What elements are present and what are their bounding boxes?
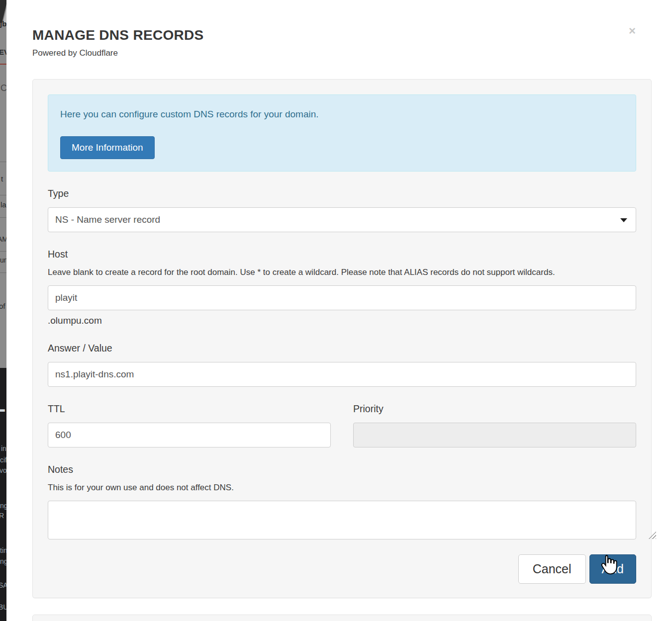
textarea-resize-handle[interactable] [649, 532, 656, 539]
modal-backdrop-strip: jb EV C t la AM un of -l in cif vo ng R … [0, 0, 6, 621]
backdrop-text-fragment: R [0, 512, 4, 519]
backdrop-dark-section: -l in cif vo ng R tin ng SA BU [0, 368, 6, 621]
backdrop-divider [0, 195, 6, 195]
backdrop-divider [0, 64, 6, 65]
type-label: Type [48, 188, 636, 199]
backdrop-text-fragment: -l [0, 399, 6, 419]
info-alert: Here you can configure custom DNS record… [48, 94, 636, 172]
host-help-text: Leave blank to create a record for the r… [48, 267, 636, 277]
backdrop-divider [0, 272, 6, 273]
backdrop-text-fragment: ng [0, 502, 6, 509]
host-label: Host [48, 249, 636, 260]
backdrop-divider [0, 162, 6, 162]
notes-field-group: Notes This is for your own use and does … [48, 464, 636, 541]
notes-help-text: This is for your own use and does not af… [48, 483, 636, 493]
type-select[interactable]: NS - Name server record [48, 207, 636, 232]
answer-label: Answer / Value [48, 343, 636, 354]
answer-field-group: Answer / Value [48, 343, 636, 387]
dns-form-panel: Here you can configure custom DNS record… [32, 79, 652, 598]
notes-label: Notes [48, 464, 636, 475]
host-domain-suffix: .olumpu.com [48, 315, 636, 326]
ttl-label: TTL [48, 403, 331, 415]
host-input[interactable] [48, 285, 636, 310]
close-icon[interactable]: × [629, 25, 636, 37]
priority-input [353, 423, 636, 447]
modal-title: MANAGE DNS RECORDS [32, 27, 652, 43]
backdrop-text-fragment: in [1, 445, 6, 452]
ttl-priority-row: TTL Priority [48, 403, 636, 447]
modal-subtitle: Powered by Cloudflare [32, 48, 652, 58]
priority-field-group: Priority [353, 403, 636, 447]
host-field-group: Host Leave blank to create a record for … [48, 249, 636, 326]
cancel-button[interactable]: Cancel [518, 554, 586, 584]
ttl-field-group: TTL [48, 403, 331, 447]
backdrop-text-fragment: ng [0, 558, 6, 565]
chevron-down-icon [620, 218, 627, 222]
backdrop-divider [0, 251, 6, 252]
backdrop-text-fragment: EV [0, 48, 6, 56]
more-information-button[interactable]: More Information [60, 136, 155, 159]
type-field-group: Type NS - Name server record [48, 188, 636, 232]
backdrop-text-fragment: la [0, 201, 6, 208]
backdrop-text-fragment: un [0, 257, 6, 264]
backdrop-text-fragment: BU [0, 604, 6, 611]
modal-header: MANAGE DNS RECORDS Powered by Cloudflare… [32, 0, 652, 58]
backdrop-text-fragment: AM [0, 236, 6, 243]
priority-label: Priority [353, 403, 636, 415]
backdrop-text-fragment: vo [0, 467, 6, 474]
backdrop-text-fragment: of [0, 302, 5, 310]
type-select-value: NS - Name server record [55, 214, 160, 225]
info-alert-message: Here you can configure custom DNS record… [60, 109, 624, 120]
backdrop-text-fragment: t [1, 175, 3, 182]
backdrop-divider [0, 217, 6, 218]
backdrop-text-fragment: jb [0, 20, 6, 27]
backdrop-text-fragment: C [0, 84, 6, 92]
backdrop-text-fragment: SA [0, 582, 6, 589]
add-button[interactable]: Add [589, 554, 636, 584]
backdrop-text-fragment: tin [0, 547, 6, 554]
answer-input[interactable] [48, 362, 636, 387]
backdrop-text-fragment: cif [0, 456, 6, 463]
notes-textarea[interactable] [48, 501, 636, 539]
next-section-panel [32, 615, 652, 621]
manage-dns-modal: MANAGE DNS RECORDS Powered by Cloudflare… [6, 0, 672, 621]
ttl-input[interactable] [48, 423, 331, 447]
modal-actions: Cancel Add [48, 554, 636, 584]
